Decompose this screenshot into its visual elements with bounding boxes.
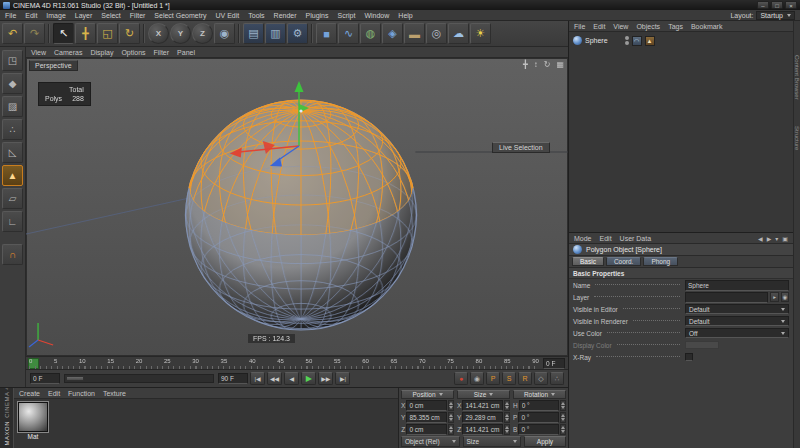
menu-render[interactable]: Render: [274, 12, 297, 19]
mat-menu-texture[interactable]: Texture: [103, 390, 126, 397]
record-position-toggle[interactable]: P: [486, 372, 500, 385]
size-z-field[interactable]: [462, 424, 503, 435]
menu-help[interactable]: Help: [398, 12, 412, 19]
axis-mode-button[interactable]: ∟: [2, 211, 23, 232]
material-preview-sphere[interactable]: [18, 402, 48, 432]
make-editable-button[interactable]: ◳: [2, 50, 23, 71]
perspective-viewport[interactable]: Perspective Total Polys 288 Live Selecti…: [26, 58, 568, 356]
layout-dropdown[interactable]: Startup: [756, 11, 795, 20]
x-axis-lock-button[interactable]: X: [148, 23, 169, 44]
edge-mode-button[interactable]: ◺: [2, 142, 23, 163]
spinner-icon[interactable]: [560, 412, 566, 423]
lock-icon[interactable]: ▣: [782, 235, 788, 242]
sphere-object-icon[interactable]: [573, 36, 582, 45]
subdivision-surface-button[interactable]: ◍: [360, 23, 381, 44]
undo-icon[interactable]: ↶: [2, 23, 23, 44]
vp-menu-panel[interactable]: Panel: [177, 49, 195, 56]
render-settings-button[interactable]: ⚙: [287, 23, 308, 44]
previous-frame-button[interactable]: ◀: [284, 372, 299, 385]
rotate-view-icon[interactable]: ↻: [544, 60, 551, 69]
rotation-b-field[interactable]: [518, 424, 559, 435]
menu-file[interactable]: File: [5, 12, 16, 19]
position-y-field[interactable]: [406, 412, 447, 423]
polygon-mode-button[interactable]: ▲: [2, 165, 23, 186]
spinner-icon[interactable]: [448, 412, 454, 423]
rotation-header[interactable]: Rotation: [513, 390, 566, 399]
tab-coord[interactable]: Coord.: [606, 257, 642, 266]
record-keyframe-button[interactable]: ●: [454, 372, 468, 385]
menu-edit[interactable]: Edit: [25, 12, 37, 19]
menu-select[interactable]: Select: [101, 12, 120, 19]
timeline-ruler[interactable]: 0 5 10 15 20 25 30 35 40 45 50 55: [26, 356, 568, 369]
vp-menu-display[interactable]: Display: [90, 49, 113, 56]
use-color-dropdown[interactable]: Off: [685, 328, 789, 338]
move-tool-icon[interactable]: ╋: [75, 23, 96, 44]
current-frame-field[interactable]: [543, 358, 565, 369]
size-x-field[interactable]: [462, 400, 503, 411]
camera-button[interactable]: ◎: [426, 23, 447, 44]
rotation-p-field[interactable]: [518, 412, 559, 423]
position-x-field[interactable]: [406, 400, 447, 411]
spinner-icon[interactable]: [560, 400, 566, 411]
polygon-selection-tag-icon[interactable]: ▲: [645, 36, 655, 46]
spinner-icon[interactable]: [560, 424, 566, 435]
am-menu-edit[interactable]: Edit: [600, 235, 612, 242]
close-button[interactable]: ×: [785, 1, 797, 9]
position-z-field[interactable]: [406, 424, 447, 435]
sky-button[interactable]: ☁: [448, 23, 469, 44]
render-picture-viewer-button[interactable]: ▥: [265, 23, 286, 44]
light-button[interactable]: ☀: [470, 23, 491, 44]
maximize-button[interactable]: □: [771, 1, 783, 9]
menu-plugins[interactable]: Plugins: [306, 12, 329, 19]
visibility-dots-icon[interactable]: [625, 36, 629, 45]
end-frame-field[interactable]: [218, 373, 248, 384]
play-button[interactable]: ▶: [301, 372, 316, 385]
floor-button[interactable]: ▬: [404, 23, 425, 44]
xray-checkbox[interactable]: [685, 353, 693, 361]
object-name[interactable]: Sphere: [585, 37, 608, 44]
model-mode-button[interactable]: ◆: [2, 73, 23, 94]
texture-mode-button[interactable]: ▨: [2, 96, 23, 117]
menu-script[interactable]: Script: [338, 12, 356, 19]
mat-menu-create[interactable]: Create: [19, 390, 40, 397]
menu-tools[interactable]: Tools: [248, 12, 264, 19]
workplane-mode-button[interactable]: ▱: [2, 188, 23, 209]
material-item[interactable]: Mat: [18, 402, 48, 445]
name-field[interactable]: [685, 280, 789, 291]
record-parameter-toggle[interactable]: ◇: [534, 372, 548, 385]
live-selection-tool-icon[interactable]: ↖: [53, 23, 74, 44]
start-frame-field[interactable]: [30, 373, 60, 384]
next-frame-button[interactable]: ▶▶: [318, 372, 333, 385]
record-rotation-toggle[interactable]: R: [518, 372, 532, 385]
minimize-button[interactable]: –: [757, 1, 769, 9]
rotation-h-field[interactable]: [519, 400, 559, 411]
tab-structure[interactable]: Structure: [794, 126, 800, 150]
snap-settings-button[interactable]: ∩: [2, 244, 23, 265]
zoom-view-icon[interactable]: ↕: [534, 60, 538, 69]
redo-icon[interactable]: ↷: [24, 23, 45, 44]
size-header[interactable]: Size: [457, 390, 510, 399]
position-header[interactable]: Position: [401, 390, 454, 399]
menu-image[interactable]: Image: [46, 12, 65, 19]
spinner-icon[interactable]: [448, 424, 454, 435]
size-y-field[interactable]: [462, 412, 503, 423]
material-name[interactable]: Mat: [28, 433, 39, 440]
spinner-icon[interactable]: [504, 424, 510, 435]
goto-start-button[interactable]: |◀: [250, 372, 265, 385]
mat-menu-function[interactable]: Function: [68, 390, 95, 397]
vp-menu-filter[interactable]: Filter: [154, 49, 170, 56]
z-axis-lock-button[interactable]: Z: [192, 23, 213, 44]
om-menu-view[interactable]: View: [613, 23, 628, 30]
frame-slider-handle[interactable]: [66, 376, 84, 381]
menu-uv-edit[interactable]: UV Edit: [216, 12, 240, 19]
spinner-icon[interactable]: [448, 400, 454, 411]
tab-content-browser[interactable]: Content Browser: [794, 55, 800, 100]
menu-window[interactable]: Window: [364, 12, 389, 19]
record-scale-toggle[interactable]: S: [502, 372, 516, 385]
history-forward-icon[interactable]: ▶: [767, 235, 772, 242]
spinner-icon[interactable]: [504, 412, 510, 423]
render-view-button[interactable]: ▤: [243, 23, 264, 44]
coordinate-system-button[interactable]: ◉: [214, 23, 235, 44]
layer-field[interactable]: [685, 292, 768, 303]
phong-tag-icon[interactable]: ◠: [632, 36, 642, 46]
